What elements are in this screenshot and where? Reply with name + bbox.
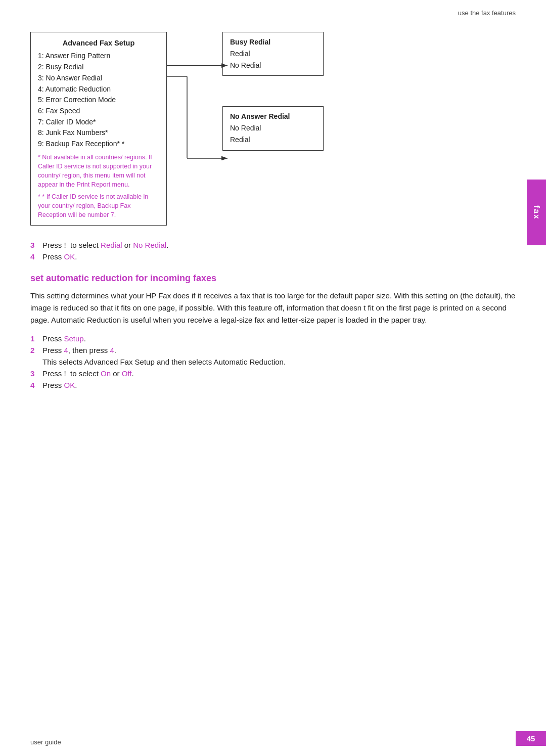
redial-steps: 3 Press ! to select Redial or No Redial.…	[30, 241, 516, 261]
menu-item-8: 8: Junk Fax Numbers*	[38, 127, 159, 139]
ok-highlight-2: OK	[64, 381, 75, 389]
four-highlight-1: 4	[64, 346, 68, 354]
step-r2-text: Press 4, then press 4.	[42, 346, 116, 354]
step-4-num: 4	[30, 252, 42, 261]
step-redial-4: 4 Press OK.	[30, 252, 516, 261]
page-header: use the fax features	[0, 0, 546, 22]
step-r1-text: Press Setup.	[42, 334, 86, 343]
no-answer-option-2: Redial	[230, 134, 313, 146]
step-r2-num: 2	[30, 346, 42, 354]
no-answer-redial-box: No Answer Redial No Redial Redial	[222, 106, 324, 150]
step-3-text: Press ! to select Redial or No Redial.	[42, 241, 168, 249]
menu-item-4: 4: Automatic Reduction	[38, 84, 159, 95]
menu-item-5: 5: Error Correction Mode	[38, 95, 159, 106]
menu-item-6: 6: Fax Speed	[38, 106, 159, 117]
no-answer-redial-title: No Answer Redial	[230, 111, 313, 122]
footnote-1: * Not available in all countries/ region…	[38, 153, 159, 190]
busy-redial-title: Busy Redial	[230, 36, 313, 48]
step-r3-num: 3	[30, 369, 42, 378]
step-reduction-1: 1 Press Setup.	[30, 334, 516, 343]
reduction-steps: 1 Press Setup. 2 Press 4, then press 4. …	[30, 334, 516, 389]
setup-highlight: Setup	[64, 334, 84, 343]
step-r2-note: This selects Advanced Fax Setup and then…	[42, 358, 516, 366]
menu-title: Advanced Fax Setup	[38, 37, 159, 49]
step-reduction-4: 4 Press OK.	[30, 381, 516, 389]
footer-left-text: user guide	[30, 738, 61, 746]
right-tab: fax	[527, 180, 546, 245]
section-heading: set automatic reduction for incoming fax…	[30, 273, 516, 284]
redial-highlight: Redial	[101, 241, 122, 249]
step-3-num: 3	[30, 241, 42, 249]
busy-redial-box: Busy Redial Redial No Redial	[222, 32, 324, 76]
menu-box: Advanced Fax Setup 1: Answer Ring Patter…	[30, 32, 167, 226]
step-r3-text: Press ! to select On or Off.	[42, 369, 134, 378]
menu-item-3: 3: No Answer Redial	[38, 73, 159, 84]
four-highlight-2: 4	[110, 346, 114, 354]
no-redial-highlight: No Redial	[133, 241, 166, 249]
menu-item-1: 1: Answer Ring Pattern	[38, 51, 159, 62]
footer-page-number: 45	[516, 731, 546, 746]
step-reduction-3: 3 Press ! to select On or Off.	[30, 369, 516, 378]
step-r1-num: 1	[30, 334, 42, 343]
busy-redial-option-1: Redial	[230, 48, 313, 60]
menu-item-2: 2: Busy Redial	[38, 62, 159, 73]
header-text: use the fax features	[458, 9, 516, 17]
step-redial-3: 3 Press ! to select Redial or No Redial.	[30, 241, 516, 249]
menu-item-7: 7: Caller ID Mode*	[38, 117, 159, 128]
diagram-area: Advanced Fax Setup 1: Answer Ring Patter…	[30, 27, 516, 226]
right-tab-label: fax	[532, 205, 541, 219]
off-highlight: Off	[122, 369, 132, 378]
step-4-text: Press OK.	[42, 252, 77, 261]
busy-redial-option-2: No Redial	[230, 60, 313, 71]
no-answer-option-1: No Redial	[230, 122, 313, 134]
footnote-2: * * If Caller ID service is not availabl…	[38, 192, 159, 219]
menu-item-9: 9: Backup Fax Reception* *	[38, 139, 159, 150]
step-r4-num: 4	[30, 381, 42, 389]
on-highlight: On	[101, 369, 111, 378]
main-content: Advanced Fax Setup 1: Answer Ring Patter…	[0, 27, 546, 423]
body-paragraph: This setting determines what your HP Fax…	[30, 290, 516, 326]
page-footer: user guide 45	[30, 731, 546, 746]
ok-highlight-1: OK	[64, 252, 75, 261]
step-reduction-2: 2 Press 4, then press 4.	[30, 346, 516, 354]
right-boxes: Busy Redial Redial No Redial No Answer R…	[222, 32, 324, 226]
step-r4-text: Press OK.	[42, 381, 77, 389]
